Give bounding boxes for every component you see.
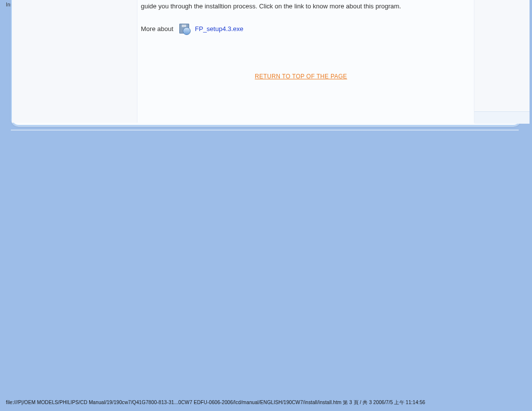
setup-download-link[interactable]: FP_setup4.3.exe [195,25,243,33]
right-sidebar [474,0,530,123]
download-line: More about FP_setup4.3.exe [141,23,461,34]
page-viewport: guide you through the installtion proces… [0,0,532,411]
setup-file-icon [178,23,190,34]
left-sidebar [12,0,137,123]
main-content: guide you through the installtion proces… [141,2,461,34]
more-about-label: More about [141,25,173,33]
return-to-top-link[interactable]: RETURN TO TOP OF THE PAGE [141,73,461,80]
intro-paragraph: guide you through the installtion proces… [141,2,461,11]
footer-path: file:///P|/OEM MODELS/PHILIPS/CD Manual/… [6,399,425,406]
right-sidebar-tab [474,111,530,124]
separator [11,130,519,131]
